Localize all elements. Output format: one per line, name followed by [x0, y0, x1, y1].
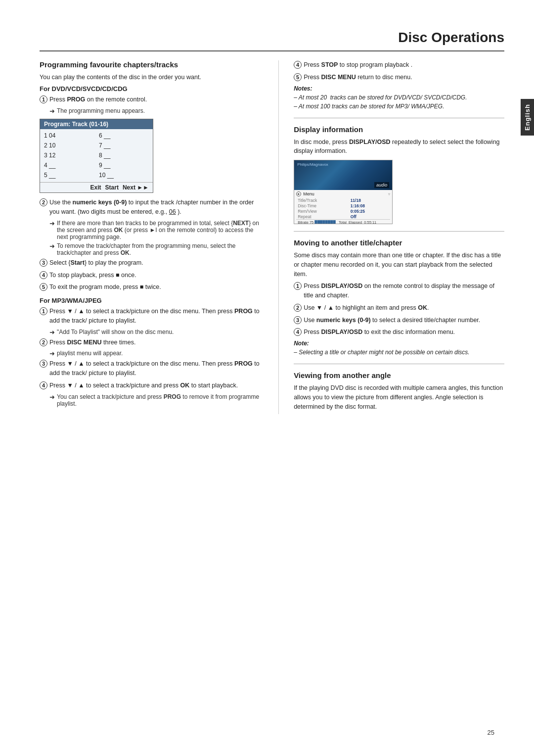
moving-step-1-text: Press DISPLAY/OSD on the remote control …: [304, 282, 504, 300]
program-cell: 2 10: [44, 141, 94, 150]
step-number-1: 1: [40, 95, 47, 103]
mp3-step-2-text: Press DISC MENU three times.: [49, 338, 261, 347]
program-cell: 5 __: [44, 171, 94, 180]
dvd-step-3-text: Select {Start} to play the program.: [49, 258, 261, 268]
mp3-step-number-1: 1: [40, 307, 47, 315]
osd-audio-badge: audio: [374, 182, 389, 188]
dvd-step-2-text: Use the numeric keys (0-9) to input the …: [49, 198, 261, 217]
dvd-step-4-text: To stop playback, press ■ once.: [49, 271, 261, 280]
language-tab: English: [521, 99, 534, 136]
divider-1: [294, 118, 504, 118]
program-table-header: Program: Track (01-16): [40, 119, 153, 129]
osd-logo: Philips/Magnavox: [297, 162, 328, 167]
osd-scroll: ▿: [388, 192, 390, 196]
moving-step-3: 3 Use numeric keys (0-9) to select a des…: [294, 316, 504, 325]
moving-notes-title: Note:: [294, 340, 504, 347]
osd-play-icon: ►: [296, 191, 301, 196]
mp3-step-2-arrow: ➜ playlist menu will appear.: [49, 350, 261, 357]
mp3-subsection-title: For MP3/WMA/JPEG: [40, 297, 261, 304]
mp3-step-1-arrow: ➜ "Add To Playlist" will show on the dis…: [49, 329, 261, 336]
dvd-step-1: 1 Press PROG on the remote control.: [40, 95, 261, 104]
step-number-3: 3: [40, 259, 47, 267]
moving-step-3-text: Use numeric keys (0-9) to select a desir…: [304, 316, 504, 325]
right-step-5: 5 Press DISC MENU return to disc menu.: [294, 73, 504, 82]
mp3-step-1-text: Press ▼ / ▲ to select a track/picture on…: [49, 307, 261, 326]
program-cell: 7 __: [99, 141, 149, 150]
osd-row: Title/Track 11/18: [296, 197, 390, 203]
arrow-symbol: ➜: [49, 107, 55, 115]
osd-value: 11/18: [349, 197, 391, 203]
angle-section-intro: If the playing DVD disc is recorded with…: [294, 383, 504, 411]
step-number-4: 4: [40, 271, 47, 279]
program-cell: 4 __: [44, 161, 94, 170]
dvd-step-2-arrow1: ➜ If there are more than ten tracks to b…: [49, 220, 261, 240]
moving-notes-text: – Selecting a title or chapter might not…: [294, 348, 504, 357]
notes-line-1: – At most 20 tracks can be stored for DV…: [294, 93, 504, 102]
osd-row: Disc-Time 1:16:08: [296, 203, 390, 208]
moving-step-number-1: 1: [294, 282, 302, 290]
mp3-step-4-arrow: ➜ You can select a track/picture and pre…: [49, 393, 261, 407]
moving-step-2: 2 Use ▼ / ▲ to highlight an item and pre…: [294, 303, 504, 313]
arrow-symbol: ➜: [49, 329, 55, 336]
dvd-step-4: 4 To stop playback, press ■ once.: [40, 271, 261, 280]
osd-value: 0:05:25: [349, 208, 391, 214]
dvd-step-5: 5 To exit the program mode, press ■ twic…: [40, 283, 261, 292]
osd-menu-row: ► Menu ▿: [296, 191, 390, 196]
dvd-step-2-arrow2: ➜ To remove the track/chapter from the p…: [49, 242, 261, 256]
step-number-5: 5: [40, 283, 47, 291]
osd-video-area: Philips/Magnavox audio: [294, 160, 392, 190]
dvd-step-1-text: Press PROG on the remote control.: [49, 95, 261, 104]
divider-2: [294, 231, 504, 232]
angle-section-title: Viewing from another angle: [294, 371, 504, 379]
right-step-4-text: Press STOP to stop program playback .: [304, 60, 504, 70]
notes-title: Notes:: [294, 85, 504, 92]
osd-info-table: Title/Track 11/18 Disc-Time 1:16:08 Rem/…: [296, 197, 390, 219]
mp3-step-1: 1 Press ▼ / ▲ to select a track/picture …: [40, 307, 261, 326]
osd-footer: Bitrate 75 ████████ Total Elapsed 0:55:1…: [296, 219, 390, 224]
program-table: Program: Track (01-16) 1 04 6 __ 2 10 7 …: [40, 119, 153, 193]
moving-step-number-2: 2: [294, 304, 302, 312]
osd-label: Disc-Time: [296, 203, 349, 208]
moving-step-number-3: 3: [294, 316, 302, 324]
dvd-step-5-text: To exit the program mode, press ■ twice.: [49, 283, 261, 292]
display-section-intro: In disc mode, press DISPLAY/OSD repeated…: [294, 138, 504, 156]
mp3-step-number-3: 3: [40, 360, 47, 368]
right-step-5-text: Press DISC MENU return to disc menu.: [304, 73, 504, 82]
osd-row: Rem/View 0:05:25: [296, 208, 390, 214]
osd-label: Title/Track: [296, 197, 349, 203]
left-section-title: Programming favourite chapters/tracks: [40, 60, 261, 69]
divider-3: [294, 364, 504, 364]
program-cell: 8 __: [99, 151, 149, 160]
program-cell: 1 04: [44, 131, 94, 141]
osd-display-image: Philips/Magnavox audio ► Menu ▿ Title/Tr…: [294, 160, 393, 224]
mp3-step-4-text: Press ▼ / ▲ to select a track/picture an…: [49, 381, 261, 390]
osd-label: Repeat: [296, 214, 349, 219]
dvd-step-3: 3 Select {Start} to play the program.: [40, 258, 261, 268]
moving-step-4: 4 Press DISPLAY/OSD to exit the disc inf…: [294, 328, 504, 337]
moving-step-2-text: Use ▼ / ▲ to highlight an item and press…: [304, 303, 504, 313]
right-step-4: 4 Press STOP to stop program playback .: [294, 60, 504, 70]
step-number-2: 2: [40, 198, 47, 206]
moving-step-1: 1 Press DISPLAY/OSD on the remote contro…: [294, 282, 504, 300]
osd-label: Rem/View: [296, 208, 349, 214]
dvd-step-1-arrow: ➜ The programming menu appears.: [49, 107, 261, 115]
osd-info-area: ► Menu ▿ Title/Track 11/18 Disc-Time 1:1…: [294, 190, 392, 224]
mp3-step-3: 3 Press ▼ / ▲ to select a track/picture …: [40, 359, 261, 378]
mp3-step-2: 2 Press DISC MENU three times.: [40, 338, 261, 347]
moving-notes-block: Note: – Selecting a title or chapter mig…: [294, 340, 504, 357]
left-column: Programming favourite chapters/tracks Yo…: [40, 60, 261, 414]
arrow-symbol: ➜: [49, 242, 55, 250]
dvd-subsection-title: For DVD/VCD/SVCD/CD/CDG: [40, 85, 261, 93]
program-cell: 6 __: [99, 131, 149, 141]
osd-menu-label: Menu: [303, 191, 314, 196]
table-footer-start: Start: [105, 184, 119, 191]
osd-row: Repeat Off: [296, 214, 390, 219]
program-cell: 10 __: [99, 171, 149, 180]
moving-section-intro: Some discs may contain more than one tit…: [294, 251, 504, 279]
right-step-number-5: 5: [294, 73, 302, 81]
left-intro-text: You can play the contents of the disc in…: [40, 73, 261, 82]
program-cell: 9 __: [99, 161, 149, 170]
page-title: Disc Operations: [40, 30, 504, 51]
right-step-number-4: 4: [294, 61, 302, 69]
arrow-symbol: ➜: [49, 350, 55, 357]
